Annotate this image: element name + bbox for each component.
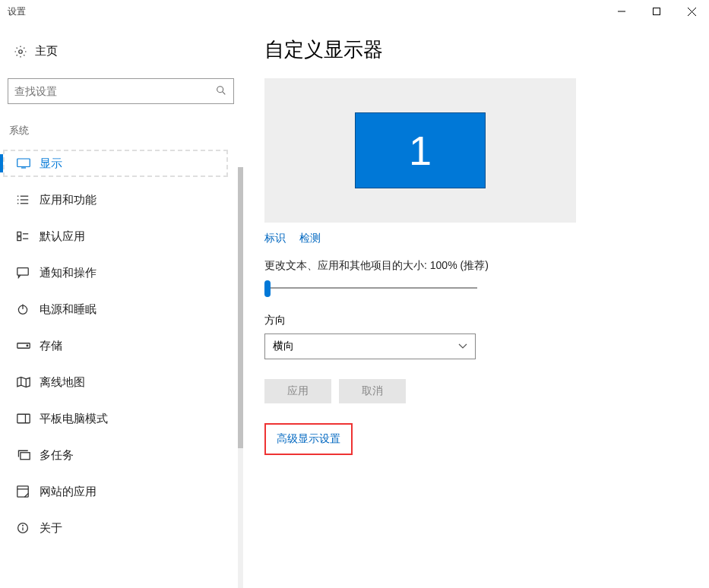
nav-list: 显示 应用和功能 默认应用 通知和操作 [8,145,236,546]
svg-line-6 [223,91,226,94]
main-panel: 自定义显示器 1 标识 检测 更改文本、应用和其他项目的大小: 100% (推荐… [243,23,709,588]
svg-rect-26 [17,414,30,422]
power-icon [17,303,40,315]
sidebar-item-power[interactable]: 电源和睡眠 [8,291,236,327]
svg-point-23 [27,345,28,346]
display-preview: 1 [264,78,576,223]
sidebar-item-default-apps[interactable]: 默认应用 [8,218,236,254]
advanced-display-link[interactable]: 高级显示设置 [277,432,340,444]
sidebar-item-multitask[interactable]: 多任务 [8,437,236,473]
identify-link[interactable]: 标识 [264,232,286,244]
display-icon [17,158,40,169]
svg-point-33 [23,525,24,526]
home-label: 主页 [35,44,58,58]
svg-rect-15 [17,232,21,236]
sidebar: 主页 系统 显示 应用和功能 [0,23,243,588]
list-icon [17,194,40,205]
identify-detect-row: 标识 检测 [264,232,691,245]
scrollbar-thumb[interactable] [238,167,243,448]
svg-rect-28 [21,453,30,460]
scale-slider[interactable] [264,280,477,296]
storage-icon [17,342,40,349]
maximize-button[interactable] [639,0,674,23]
cancel-button[interactable]: 取消 [339,379,406,403]
gear-icon [14,45,35,58]
scale-label: 更改文本、应用和其他项目的大小: 100% (推荐) [264,259,691,273]
window-controls [604,0,709,23]
sidebar-item-tablet[interactable]: 平板电脑模式 [8,400,236,437]
advanced-link-highlight: 高级显示设置 [264,423,353,455]
search-icon [215,84,227,99]
sidebar-item-storage[interactable]: 存储 [8,327,236,364]
close-button[interactable] [674,0,709,23]
multitask-icon [17,450,40,460]
sidebar-item-notifications[interactable]: 通知和操作 [8,254,236,291]
action-buttons: 应用 取消 [264,379,691,403]
info-icon [17,522,40,534]
orientation-select[interactable]: 横向 [264,334,476,359]
svg-rect-17 [17,237,21,241]
svg-rect-7 [17,159,30,167]
sidebar-item-web-apps[interactable]: 网站的应用 [8,473,236,510]
default-apps-icon [17,231,40,242]
window-title: 设置 [8,5,26,18]
svg-point-4 [19,49,23,53]
minimize-button[interactable] [604,0,639,23]
svg-point-5 [217,86,223,92]
svg-rect-19 [17,268,28,276]
chevron-down-icon [458,343,467,349]
sidebar-item-display[interactable]: 显示 [8,145,236,182]
detect-link[interactable]: 检测 [299,232,321,244]
slider-thumb[interactable] [264,280,271,297]
web-apps-icon [17,485,40,498]
sidebar-item-maps[interactable]: 离线地图 [8,364,236,400]
title-bar: 设置 [0,0,709,23]
chat-icon [17,267,40,279]
monitor-tile-1[interactable]: 1 [355,112,486,188]
search-input[interactable] [14,85,215,97]
search-box[interactable] [8,78,234,104]
slider-track [264,287,477,289]
page-title: 自定义显示器 [264,36,691,63]
orientation-value: 横向 [273,340,294,353]
monitor-number: 1 [409,127,432,174]
sidebar-item-apps[interactable]: 应用和功能 [8,182,236,218]
group-system-label: 系统 [8,119,236,145]
home-link[interactable]: 主页 [8,38,236,65]
map-icon [17,376,40,388]
apply-button[interactable]: 应用 [264,379,331,403]
orientation-label: 方向 [264,314,691,327]
tablet-icon [17,413,40,424]
sidebar-item-about[interactable]: 关于 [8,510,236,546]
sidebar-scrollbar[interactable] [238,167,243,588]
svg-rect-1 [654,8,660,15]
